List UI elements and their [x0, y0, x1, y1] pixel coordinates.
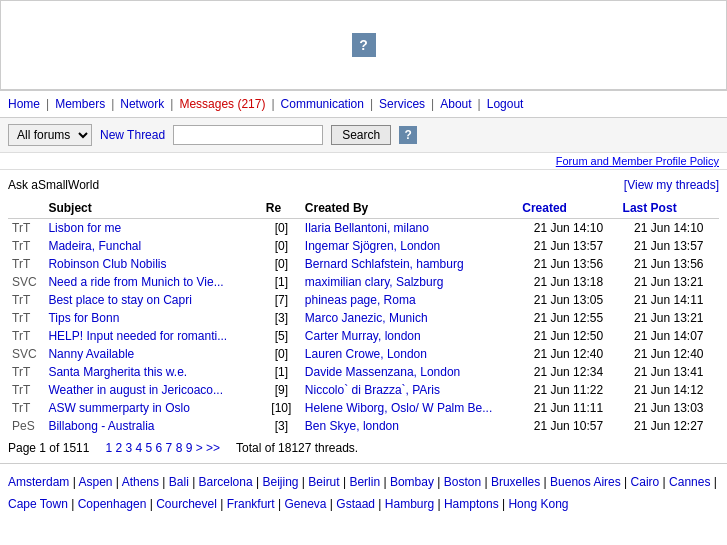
city-link[interactable]: Cape Town — [8, 497, 68, 511]
thread-subject-link[interactable]: Best place to stay on Capri — [48, 293, 191, 307]
search-input[interactable] — [173, 125, 323, 145]
city-link[interactable]: Geneva — [284, 497, 326, 511]
thread-author-link[interactable]: Helene Wiborg, Oslo/ W Palm Be... — [305, 401, 492, 415]
city-link[interactable]: Hamptons — [444, 497, 499, 511]
view-threads-link[interactable]: [View my threads] — [624, 178, 719, 192]
nav-messages[interactable]: Messages (217) — [179, 97, 265, 111]
thread-subject-link[interactable]: ASW summerparty in Oslo — [48, 401, 189, 415]
thread-subject-link[interactable]: Santa Margherita this w.e. — [48, 365, 187, 379]
city-link[interactable]: Berlin — [349, 475, 380, 489]
nav-members[interactable]: Members — [55, 97, 105, 111]
nav-logout[interactable]: Logout — [487, 97, 524, 111]
thread-subject-link[interactable]: Lisbon for me — [48, 221, 121, 235]
thread-subject-link[interactable]: Robinson Club Nobilis — [48, 257, 166, 271]
top-nav: Home | Members | Network | Messages (217… — [0, 90, 727, 118]
thread-re: [7] — [262, 291, 301, 309]
policy-link[interactable]: Forum and Member Profile Policy — [556, 155, 719, 167]
city-link[interactable]: Buenos Aires — [550, 475, 621, 489]
policy-line: Forum and Member Profile Policy — [0, 153, 727, 170]
help-icon[interactable]: ? — [399, 126, 417, 144]
banner-placeholder-icon: ? — [352, 33, 376, 57]
thread-author: Marco Janezic, Munich — [301, 309, 518, 327]
thread-re: [1] — [262, 363, 301, 381]
thread-subject: Madeira, Funchal — [44, 237, 261, 255]
thread-author: Ben Skye, london — [301, 417, 518, 435]
thread-subject-link[interactable]: Need a ride from Munich to Vie... — [48, 275, 223, 289]
nav-network[interactable]: Network — [120, 97, 164, 111]
city-link[interactable]: Cairo — [631, 475, 660, 489]
city-link[interactable]: Frankfurt — [227, 497, 275, 511]
nav-communication[interactable]: Communication — [281, 97, 364, 111]
nav-home[interactable]: Home — [8, 97, 40, 111]
thread-author: phineas page, Roma — [301, 291, 518, 309]
thread-last: 21 Jun 14:07 — [619, 327, 719, 345]
thread-subject-link[interactable]: Tips for Bonn — [48, 311, 119, 325]
thread-created: 21 Jun 12:34 — [518, 363, 618, 381]
thread-subject-link[interactable]: Nanny Available — [48, 347, 134, 361]
sort-created-link[interactable]: Created — [522, 201, 567, 215]
thread-re: [9] — [262, 381, 301, 399]
thread-subject-link[interactable]: Billabong - Australia — [48, 419, 154, 433]
city-link[interactable]: Beirut — [308, 475, 339, 489]
thread-subject: Need a ride from Munich to Vie... — [44, 273, 261, 291]
nav-about[interactable]: About — [440, 97, 471, 111]
table-row: TrT Santa Margherita this w.e. [1] David… — [8, 363, 719, 381]
thread-created: 21 Jun 14:10 — [518, 219, 618, 238]
thread-author-link[interactable]: phineas page, Roma — [305, 293, 416, 307]
city-link[interactable]: Bali — [169, 475, 189, 489]
thread-author-link[interactable]: maximilian clary, Salzburg — [305, 275, 444, 289]
page-link[interactable]: >> — [206, 441, 220, 455]
forum-selector[interactable]: All forums — [8, 124, 92, 146]
thread-subject: Billabong - Australia — [44, 417, 261, 435]
thread-author: Ingemar Sjögren, London — [301, 237, 518, 255]
sep-1: | — [46, 97, 49, 111]
thread-table: Subject Re Created By Created Last Post … — [8, 198, 719, 435]
thread-last: 21 Jun 12:40 — [619, 345, 719, 363]
city-link[interactable]: Hong Kong — [508, 497, 568, 511]
city-link[interactable]: Boston — [444, 475, 481, 489]
col-header-last[interactable]: Last Post — [619, 198, 719, 219]
city-link[interactable]: Bombay — [390, 475, 434, 489]
thread-author-link[interactable]: Marco Janezic, Munich — [305, 311, 428, 325]
city-link[interactable]: Hamburg — [385, 497, 434, 511]
thread-author-link[interactable]: Lauren Crowe, London — [305, 347, 427, 361]
city-link[interactable]: Beijing — [262, 475, 298, 489]
thread-author-link[interactable]: Bernard Schlafstein, hamburg — [305, 257, 464, 271]
thread-author-link[interactable]: Carter Murray, london — [305, 329, 421, 343]
city-link[interactable]: Copenhagen — [78, 497, 147, 511]
thread-created: 21 Jun 11:22 — [518, 381, 618, 399]
city-link[interactable]: Amsterdam — [8, 475, 69, 489]
city-link[interactable]: Athens — [122, 475, 159, 489]
thread-type: TrT — [8, 219, 44, 238]
thread-subject-link[interactable]: Weather in august in Jericoaco... — [48, 383, 223, 397]
city-link[interactable]: Cannes — [669, 475, 710, 489]
thread-type: TrT — [8, 291, 44, 309]
pagination: Page 1 of 1511 1 2 3 4 5 6 7 8 9 > >> To… — [8, 435, 719, 459]
forum-header: Ask aSmallWorld [View my threads] — [8, 174, 719, 196]
thread-author-link[interactable]: Niccolo` di Brazza`, PAris — [305, 383, 440, 397]
search-button[interactable]: Search — [331, 125, 391, 145]
city-link[interactable]: Barcelona — [199, 475, 253, 489]
thread-last: 21 Jun 13:57 — [619, 237, 719, 255]
col-header-created-by: Created By — [301, 198, 518, 219]
table-row: TrT ASW summerparty in Oslo [10] Helene … — [8, 399, 719, 417]
sort-last-link[interactable]: Last Post — [623, 201, 677, 215]
thread-subject-link[interactable]: Madeira, Funchal — [48, 239, 141, 253]
thread-author-link[interactable]: Ilaria Bellantoni, milano — [305, 221, 429, 235]
thread-subject-link[interactable]: HELP! Input needed for romanti... — [48, 329, 227, 343]
thread-author-link[interactable]: Davide Massenzana, London — [305, 365, 460, 379]
new-thread-link[interactable]: New Thread — [100, 128, 165, 142]
thread-last: 21 Jun 13:21 — [619, 273, 719, 291]
thread-author-link[interactable]: Ben Skye, london — [305, 419, 399, 433]
city-link[interactable]: Bruxelles — [491, 475, 540, 489]
col-header-created[interactable]: Created — [518, 198, 618, 219]
thread-author-link[interactable]: Ingemar Sjögren, London — [305, 239, 440, 253]
city-link[interactable]: Gstaad — [336, 497, 375, 511]
thread-subject: Robinson Club Nobilis — [44, 255, 261, 273]
table-row: SVC Nanny Available [0] Lauren Crowe, Lo… — [8, 345, 719, 363]
city-link[interactable]: Aspen — [78, 475, 112, 489]
city-link[interactable]: Courchevel — [156, 497, 217, 511]
thread-type: SVC — [8, 273, 44, 291]
nav-services[interactable]: Services — [379, 97, 425, 111]
page-link[interactable]: > — [196, 441, 203, 455]
